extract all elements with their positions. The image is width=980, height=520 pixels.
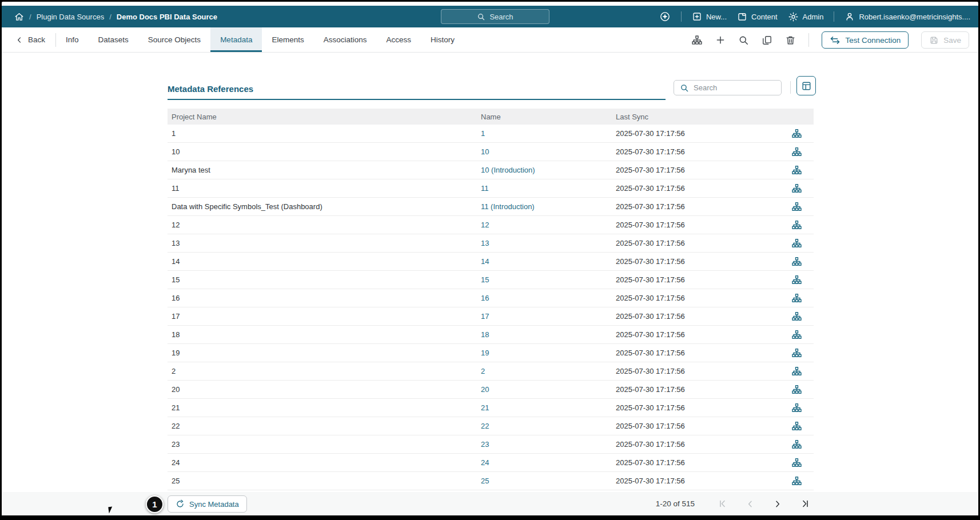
global-search-input[interactable]: Search	[441, 9, 549, 24]
breadcrumb-separator: /	[29, 13, 31, 21]
sitemap-icon[interactable]	[791, 183, 802, 194]
tab-associations[interactable]: Associations	[314, 27, 377, 52]
cell-name-link[interactable]: 13	[481, 239, 489, 247]
cell-last-sync: 2025-07-30 17:17:56	[616, 330, 779, 339]
cell-name-link[interactable]: 1	[481, 129, 485, 138]
sitemap-icon[interactable]	[791, 165, 802, 175]
sitemap-icon[interactable]	[791, 238, 802, 249]
cell-name-link[interactable]: 11 (Introduction)	[481, 202, 535, 211]
column-header-name[interactable]: Name	[481, 113, 616, 121]
search-icon	[680, 83, 689, 93]
column-header-project-name[interactable]: Project Name	[168, 113, 481, 121]
sitemap-icon[interactable]	[791, 457, 802, 468]
cell-name-link[interactable]: 10 (Introduction)	[481, 166, 535, 174]
sitemap-icon[interactable]	[791, 293, 802, 303]
sitemap-icon[interactable]	[791, 421, 802, 431]
sitemap-icon[interactable]	[791, 274, 802, 285]
topbar-divider	[681, 11, 682, 22]
sitemap-icon[interactable]	[791, 219, 802, 230]
first-page-icon[interactable]	[718, 499, 727, 509]
sitemap-icon[interactable]	[791, 384, 802, 395]
table-row: 23 23 2025-07-30 17:17:56	[168, 435, 814, 454]
sitemap-icon[interactable]	[791, 128, 802, 139]
trash-icon[interactable]	[785, 35, 796, 46]
user-menu-item[interactable]: Robert.isaenko@metricinsights....	[844, 11, 970, 22]
cell-name-link[interactable]: 10	[481, 147, 489, 156]
cell-name-link[interactable]: 15	[481, 275, 489, 284]
next-page-icon[interactable]	[773, 499, 782, 509]
sitemap-icon[interactable]	[791, 475, 802, 486]
plus-icon[interactable]	[715, 35, 726, 45]
tab-source-objects[interactable]: Source Objects	[138, 27, 210, 52]
cell-name-link[interactable]: 25	[481, 477, 489, 485]
content-menu-item[interactable]: Content	[737, 11, 778, 22]
topbar-divider	[834, 11, 834, 22]
annotation-step-badge: 1	[146, 495, 164, 513]
tab-history[interactable]: History	[421, 27, 464, 52]
cell-name-link[interactable]: 23	[481, 440, 489, 449]
sync-metadata-button[interactable]: Sync Metadata	[168, 495, 247, 513]
admin-menu-item[interactable]: Admin	[788, 11, 824, 22]
sitemap-icon[interactable]	[791, 366, 802, 377]
last-page-icon[interactable]	[800, 499, 810, 509]
cell-name-link[interactable]: 18	[481, 330, 489, 339]
sitemap-icon[interactable]	[791, 201, 802, 212]
tab-metadata[interactable]: Metadata	[210, 27, 262, 52]
swap-arrows-icon	[830, 36, 840, 45]
tab-elements[interactable]: Elements	[262, 27, 313, 52]
save-button[interactable]: Save	[921, 31, 969, 49]
cell-name-link[interactable]: 24	[481, 458, 489, 467]
sitemap-icon[interactable]	[791, 311, 802, 322]
cell-name-link[interactable]: 11	[481, 184, 489, 193]
cell-last-sync: 2025-07-30 17:17:56	[616, 166, 779, 174]
table-row: 21 21 2025-07-30 17:17:56	[168, 399, 814, 417]
breadcrumb: / Plugin Data Sources / Demo Docs PBI Da…	[2, 12, 217, 22]
cell-last-sync: 2025-07-30 17:17:56	[616, 147, 779, 156]
breadcrumb-plugin-data-sources[interactable]: Plugin Data Sources	[37, 13, 105, 21]
tab-access[interactable]: Access	[377, 27, 421, 52]
cell-name-link[interactable]: 14	[481, 257, 489, 266]
new-menu-item[interactable]: New...	[692, 11, 727, 22]
cell-project-name: Data with Specific Symbols_Test (Dashboa…	[168, 202, 481, 211]
cell-project-name: 15	[168, 275, 481, 284]
cell-name-link[interactable]: 16	[481, 294, 489, 302]
sitemap-icon[interactable]	[791, 256, 802, 267]
cell-project-name: 11	[168, 184, 481, 193]
tab-datasets[interactable]: Datasets	[89, 27, 138, 52]
previous-page-icon[interactable]	[746, 499, 755, 509]
home-icon[interactable]	[14, 12, 24, 22]
global-search-placeholder: Search	[489, 13, 513, 21]
search-icon	[477, 13, 485, 21]
test-connection-button[interactable]: Test Connection	[822, 31, 909, 49]
cell-name-link[interactable]: 17	[481, 312, 489, 321]
sitemap-icon[interactable]	[791, 146, 802, 157]
cell-name-link[interactable]: 19	[481, 349, 489, 357]
ai-assistant-icon[interactable]	[659, 11, 671, 22]
cell-last-sync: 2025-07-30 17:17:56	[616, 367, 779, 375]
tab-info[interactable]: Info	[56, 27, 89, 52]
cell-project-name: 17	[168, 312, 481, 321]
search-icon[interactable]	[738, 35, 749, 46]
cell-name-link[interactable]: 2	[481, 367, 485, 375]
refresh-icon	[176, 499, 185, 509]
copy-icon[interactable]	[762, 35, 772, 46]
back-button[interactable]: Back	[2, 27, 55, 52]
grid-search-input[interactable]: Search	[674, 80, 782, 95]
cell-name-link[interactable]: 12	[481, 221, 489, 229]
cell-project-name: 10	[168, 147, 481, 156]
column-settings-button[interactable]	[796, 76, 816, 95]
sync-metadata-label: Sync Metadata	[189, 500, 239, 509]
cell-name-link[interactable]: 22	[481, 422, 489, 430]
sitemap-icon[interactable]	[791, 439, 802, 450]
cell-last-sync: 2025-07-30 17:17:56	[616, 275, 779, 284]
sitemap-icon[interactable]	[791, 402, 802, 413]
cell-name-link[interactable]: 21	[481, 403, 489, 412]
gear-icon	[788, 11, 799, 22]
sitemap-icon[interactable]	[791, 329, 802, 340]
cell-last-sync: 2025-07-30 17:17:56	[616, 312, 779, 321]
sitemap-icon[interactable]	[691, 34, 703, 46]
column-header-last-sync[interactable]: Last Sync	[616, 113, 779, 121]
sitemap-icon[interactable]	[791, 347, 802, 358]
cell-last-sync: 2025-07-30 17:17:56	[616, 477, 779, 485]
cell-name-link[interactable]: 20	[481, 385, 489, 394]
